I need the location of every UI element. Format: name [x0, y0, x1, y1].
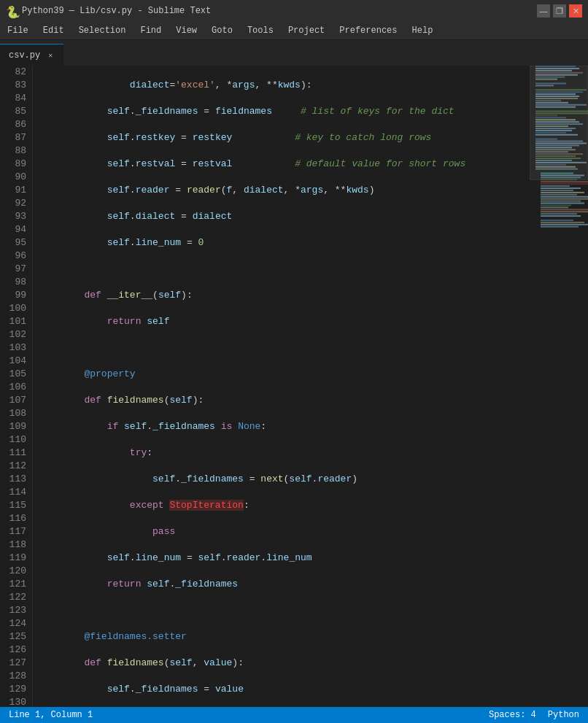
menu-file[interactable]: File — [0, 22, 36, 39]
tab-bar: csv.py ✕ — [0, 40, 588, 66]
code-lines[interactable]: dialect='excel', *args, **kwds): self._f… — [33, 66, 530, 707]
svg-rect-62 — [541, 204, 571, 206]
svg-rect-50 — [541, 179, 577, 180]
menu-view[interactable]: View — [169, 22, 204, 39]
status-left: Line 1, Column 1 — [9, 710, 93, 720]
svg-rect-54 — [541, 187, 581, 189]
tab-csv[interactable]: csv.py ✕ — [0, 44, 63, 66]
svg-rect-59 — [541, 198, 588, 200]
menu-preferences[interactable]: Preferences — [332, 22, 404, 39]
svg-rect-51 — [541, 181, 588, 182]
svg-rect-55 — [541, 190, 573, 191]
menu-project[interactable]: Project — [281, 22, 332, 39]
menu-tools[interactable]: Tools — [240, 22, 281, 39]
svg-rect-61 — [541, 203, 584, 204]
tab-label: csv.py — [9, 50, 40, 61]
close-button[interactable]: ✕ — [569, 4, 582, 18]
svg-rect-53 — [541, 185, 570, 187]
restore-button[interactable]: ❐ — [553, 4, 566, 18]
menu-bar: File Edit Selection Find View Goto Tools… — [0, 22, 588, 40]
menu-goto[interactable]: Goto — [204, 22, 240, 39]
menu-find[interactable]: Find — [133, 22, 169, 39]
title-controls: — ❐ ✕ — [537, 4, 582, 18]
code-editor[interactable]: 8283848586 8788899091 9293949596 9798991… — [0, 66, 588, 707]
line-numbers: 8283848586 8788899091 9293949596 9798991… — [0, 66, 33, 707]
svg-rect-68 — [541, 220, 573, 221]
svg-rect-47 — [541, 173, 573, 174]
cursor-position[interactable]: Line 1, Column 1 — [9, 710, 93, 720]
language-mode[interactable]: Python — [548, 710, 579, 720]
editor-area: 8283848586 8788899091 9293949596 9798991… — [0, 66, 588, 707]
status-right: Spaces: 4 Python — [489, 710, 579, 720]
svg-rect-71 — [541, 226, 579, 228]
svg-rect-57 — [541, 194, 577, 196]
title-bar: 🐍 Python39 — Lib/csv.py - Sublime Text —… — [0, 0, 588, 22]
svg-rect-65 — [541, 211, 588, 212]
svg-rect-69 — [541, 222, 584, 223]
svg-rect-49 — [541, 177, 581, 178]
title-left: 🐍 Python39 — Lib/csv.py - Sublime Text — [6, 5, 211, 17]
svg-rect-67 — [541, 215, 581, 217]
code-content: 8283848586 8788899091 9293949596 9798991… — [0, 66, 588, 707]
minimize-button[interactable]: — — [537, 4, 550, 18]
svg-rect-70 — [541, 224, 588, 225]
svg-rect-56 — [541, 192, 584, 193]
menu-edit[interactable]: Edit — [36, 22, 71, 39]
indentation[interactable]: Spaces: 4 — [489, 710, 536, 720]
app-icon: 🐍 — [6, 5, 18, 17]
tab-close-button[interactable]: ✕ — [46, 50, 55, 61]
minimap — [530, 66, 588, 707]
svg-rect-58 — [541, 196, 588, 198]
svg-rect-60 — [541, 201, 581, 202]
svg-rect-63 — [541, 206, 568, 208]
minimap-canvas — [530, 66, 588, 707]
svg-rect-46 — [530, 66, 588, 179]
svg-rect-66 — [541, 213, 577, 214]
menu-help[interactable]: Help — [405, 22, 441, 39]
status-bar: Line 1, Column 1 Spaces: 4 Python — [0, 707, 588, 723]
svg-rect-52 — [541, 183, 588, 185]
svg-rect-48 — [541, 174, 584, 176]
title-text: Python39 — Lib/csv.py - Sublime Text — [22, 6, 211, 16]
menu-selection[interactable]: Selection — [71, 22, 134, 39]
svg-rect-64 — [541, 209, 588, 210]
